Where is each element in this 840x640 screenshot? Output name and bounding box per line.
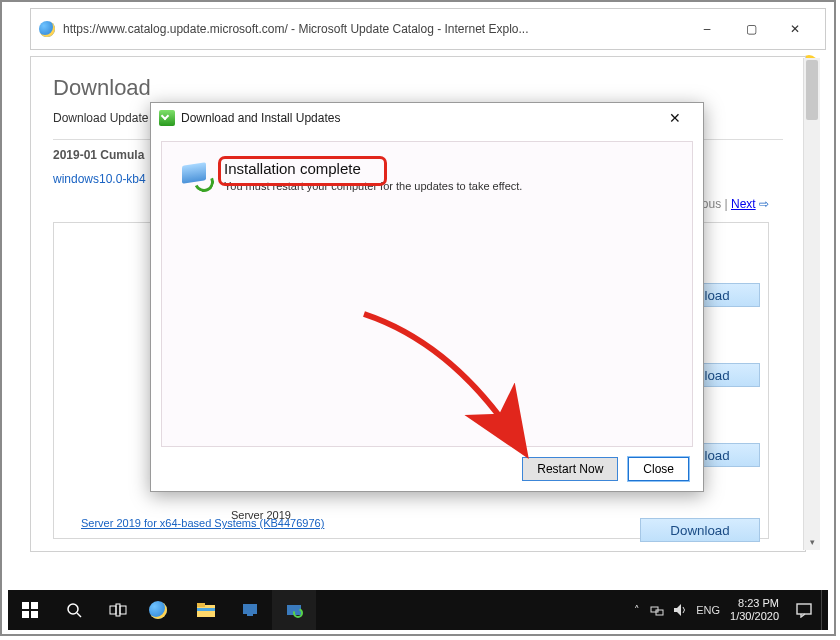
result-os: Server 2019 [231,509,291,521]
ie-logo-icon [39,21,55,37]
svg-rect-7 [120,606,126,614]
ie-titlebar: https://www.catalog.update.microsoft.com… [30,8,826,50]
close-button[interactable]: Close [628,457,689,481]
scroll-down-arrow-icon[interactable]: ▾ [804,534,820,550]
dialog-close-button[interactable]: ✕ [655,106,695,130]
screenshot-frame: – ▢ ✕ https://www.catalog.update.microso… [0,0,836,636]
svg-rect-3 [31,611,38,618]
page-heading: Download [31,57,805,105]
svg-rect-8 [116,604,120,616]
tray-network-icon[interactable] [650,603,664,617]
taskbar-server-manager-icon[interactable] [228,590,272,630]
dialog-titlebar[interactable]: Download and Install Updates ✕ [151,103,703,133]
tray-chevron-up-icon[interactable]: ˄ [634,604,640,617]
svg-marker-18 [674,604,681,616]
task-view-icon[interactable] [96,590,140,630]
tray-language[interactable]: ENG [696,604,720,616]
svg-rect-11 [197,608,215,611]
svg-point-4 [68,604,78,614]
start-button[interactable] [8,590,52,630]
pager-next-link[interactable]: Next [731,197,756,211]
svg-rect-13 [247,614,253,616]
dialog-message: You must restart your computer for the u… [224,180,522,192]
action-center-icon[interactable] [787,590,821,630]
taskbar-update-icon[interactable] [272,590,316,630]
svg-rect-12 [243,604,257,614]
taskbar-clock[interactable]: 8:23 PM 1/30/2020 [730,597,787,623]
svg-rect-10 [197,603,205,607]
show-desktop-button[interactable] [821,590,828,630]
ie-minimize-button[interactable]: – [685,15,729,43]
svg-rect-1 [31,602,38,609]
page-scrollbar[interactable]: ▴ ▾ [803,58,820,550]
svg-line-5 [77,613,81,617]
svg-rect-0 [22,602,29,609]
scroll-thumb[interactable] [806,60,818,120]
download-button[interactable]: Download [640,518,760,542]
clock-date: 1/30/2020 [730,610,779,623]
search-taskbar-icon[interactable] [52,590,96,630]
ie-maximize-button[interactable]: ▢ [729,15,773,43]
taskbar[interactable]: ˄ ENG 8:23 PM 1/30/2020 [8,590,828,630]
dialog-body: Installation complete You must restart y… [161,141,693,447]
ie-window-title: https://www.catalog.update.microsoft.com… [63,22,685,36]
svg-rect-19 [797,604,811,614]
windows-update-icon [182,164,212,190]
install-updates-dialog: Download and Install Updates ✕ Installat… [150,102,704,492]
svg-rect-6 [110,606,116,614]
tray-volume-icon[interactable] [674,603,686,617]
svg-rect-2 [22,611,29,618]
dialog-heading: Installation complete [224,160,522,177]
taskbar-explorer-icon[interactable] [184,590,228,630]
taskbar-ie-icon[interactable] [140,590,184,630]
restart-now-button[interactable]: Restart Now [522,457,618,481]
updates-shield-icon [159,110,175,126]
clock-time: 8:23 PM [730,597,779,610]
update-file-link[interactable]: windows10.0-kb4 [53,172,146,186]
ie-close-button[interactable]: ✕ [773,15,817,43]
dialog-title: Download and Install Updates [181,111,655,125]
system-tray[interactable]: ˄ ENG [624,603,730,617]
